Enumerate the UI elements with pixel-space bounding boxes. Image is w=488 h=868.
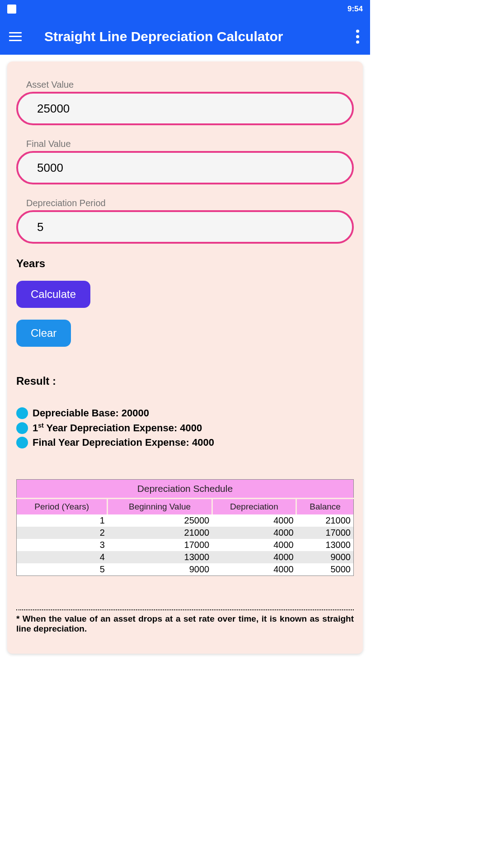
- cell-period: 4: [17, 551, 108, 563]
- hamburger-icon[interactable]: [9, 32, 22, 41]
- cell-period: 2: [17, 527, 108, 539]
- result-first-year: 1st Year Depreciation Expense: 4000: [16, 422, 354, 434]
- col-depreciation: Depreciation: [212, 499, 296, 515]
- status-time: 9:54: [347, 5, 363, 14]
- cell-depreciation: 4000: [212, 527, 296, 539]
- cell-depreciation: 4000: [212, 539, 296, 551]
- cell-period: 3: [17, 539, 108, 551]
- asset-value-group: Asset Value: [16, 80, 354, 125]
- cell-balance: 9000: [296, 551, 354, 563]
- result-base-text: Depreciable Base: 20000: [33, 407, 149, 419]
- cell-depreciation: 4000: [212, 551, 296, 563]
- schedule-title: Depreciation Schedule: [17, 480, 354, 499]
- cell-beginning: 17000: [108, 539, 212, 551]
- period-input[interactable]: [16, 210, 354, 244]
- status-bar: 9:54: [0, 0, 370, 18]
- depreciation-schedule-table: Depreciation Schedule Period (Years) Beg…: [16, 479, 354, 576]
- cell-balance: 21000: [296, 514, 354, 527]
- cell-period: 5: [17, 563, 108, 576]
- table-row: 5900040005000: [17, 563, 354, 576]
- col-beginning: Beginning Value: [108, 499, 212, 515]
- image-icon: [7, 5, 16, 14]
- bullet-icon: [16, 437, 28, 448]
- result-final-text: Final Year Depreciation Expense: 4000: [33, 437, 214, 448]
- final-value-label: Final Value: [26, 139, 354, 149]
- note-text: * When the value of an asset drops at a …: [16, 614, 354, 634]
- cell-beginning: 9000: [108, 563, 212, 576]
- divider: [16, 609, 354, 610]
- period-group: Depreciation Period: [16, 198, 354, 244]
- years-label: Years: [16, 257, 354, 270]
- cell-balance: 5000: [296, 563, 354, 576]
- cell-period: 1: [17, 514, 108, 527]
- content-area: Asset Value Final Value Depreciation Per…: [0, 55, 370, 658]
- col-balance: Balance: [296, 499, 354, 515]
- cell-depreciation: 4000: [212, 514, 296, 527]
- asset-value-label: Asset Value: [26, 80, 354, 90]
- col-period: Period (Years): [17, 499, 108, 515]
- table-row: 41300040009000: [17, 551, 354, 563]
- asset-value-input[interactable]: [16, 92, 354, 125]
- table-row: 317000400013000: [17, 539, 354, 551]
- clear-button[interactable]: Clear: [16, 320, 71, 347]
- calculator-card: Asset Value Final Value Depreciation Per…: [7, 61, 363, 654]
- final-value-input[interactable]: [16, 151, 354, 184]
- cell-balance: 13000: [296, 539, 354, 551]
- final-value-group: Final Value: [16, 139, 354, 184]
- cell-beginning: 13000: [108, 551, 212, 563]
- app-bar: Straight Line Depreciation Calculator: [0, 18, 370, 55]
- page-title: Straight Line Depreciation Calculator: [44, 29, 283, 44]
- result-heading: Result :: [16, 375, 354, 387]
- cell-beginning: 25000: [108, 514, 212, 527]
- result-first-text: 1st Year Depreciation Expense: 4000: [33, 422, 202, 434]
- result-base: Depreciable Base: 20000: [16, 407, 354, 419]
- table-row: 221000400017000: [17, 527, 354, 539]
- cell-beginning: 21000: [108, 527, 212, 539]
- cell-balance: 17000: [296, 527, 354, 539]
- table-row: 125000400021000: [17, 514, 354, 527]
- period-label: Depreciation Period: [26, 198, 354, 208]
- bullet-icon: [16, 407, 28, 419]
- bullet-icon: [16, 422, 28, 434]
- result-final-year: Final Year Depreciation Expense: 4000: [16, 437, 354, 448]
- cell-depreciation: 4000: [212, 563, 296, 576]
- calculate-button[interactable]: Calculate: [16, 281, 90, 308]
- more-icon[interactable]: [356, 29, 359, 43]
